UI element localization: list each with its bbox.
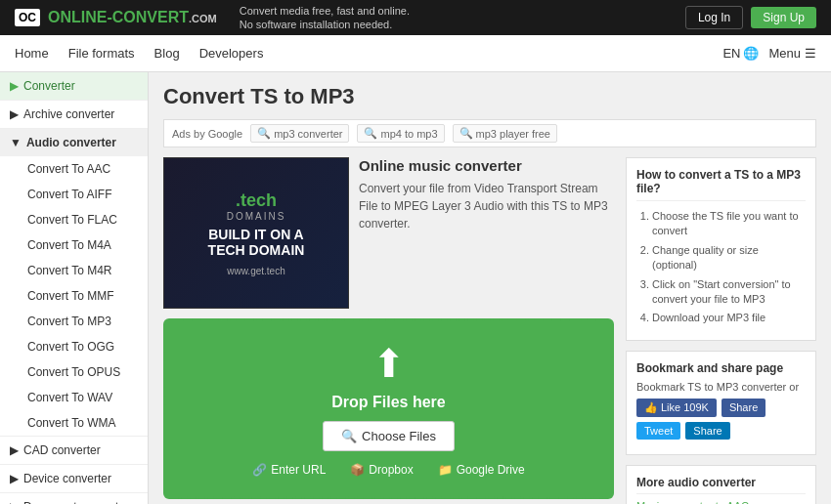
banner-h2: TECH DOMAIN [208, 242, 305, 258]
drop-zone[interactable]: ⬆ Drop Files here 🔍 Choose Files 🔗 Enter… [163, 318, 614, 499]
sidebar-sub-mp3[interactable]: Convert To MP3 [0, 309, 148, 334]
cad-arrow-icon: ▶ [10, 443, 19, 457]
how-to-heading: How to convert a TS to a MP3 file? [636, 168, 806, 201]
banner-url: www.get.tech [227, 266, 284, 276]
sidebar-sub-aiff[interactable]: Convert To AIFF [0, 182, 148, 207]
dropbox-link[interactable]: 📦 Dropbox [350, 463, 413, 477]
logo: OC ONLINE-CONVERT.COM Convert media free… [15, 4, 410, 32]
tagline-line1: Convert media free, fast and online. [240, 4, 410, 18]
more-converter-box: More audio converter Music converter to … [626, 465, 816, 504]
banner-headline: BUILD IT ON A TECH DOMAIN [208, 227, 305, 258]
nav-file-formats[interactable]: File formats [68, 36, 135, 70]
tagline-line2: No software installation needed. [240, 18, 410, 31]
sidebar-sub-wav[interactable]: Convert To WAV [0, 385, 148, 410]
social-buttons-row1: 👍 Like 109K Share [636, 399, 806, 417]
sidebar-section-document: ▶ Document converter [0, 493, 148, 504]
banner-area: .tech DOMAINS BUILD IT ON A TECH DOMAIN … [163, 157, 614, 309]
banner-h1: BUILD IT ON A [208, 227, 305, 242]
sidebar-sub-ogg[interactable]: Convert To OGG [0, 334, 148, 359]
sidebar-section-archive: ▶ Archive converter [0, 101, 148, 129]
dropbox-icon: 📦 [350, 463, 365, 477]
more-converter-heading: More audio converter [636, 476, 806, 494]
banner-domain-label: DOMAINS [227, 211, 286, 222]
sidebar-item-audio[interactable]: ▼ Audio converter [0, 129, 148, 156]
menu-label: Menu [768, 46, 801, 61]
search-icon: 🔍 [341, 429, 357, 443]
how-to-box: How to convert a TS to a MP3 file? Choos… [626, 157, 816, 341]
enter-url-link[interactable]: 🔗 Enter URL [252, 463, 326, 477]
bookmark-label: Bookmark TS to MP3 converter or [636, 381, 799, 393]
audio-arrow-icon: ▼ [10, 136, 22, 149]
gdrive-icon: 📁 [438, 463, 453, 477]
nav-home[interactable]: Home [15, 36, 49, 70]
sidebar-sub-wma[interactable]: Convert To WMA [0, 410, 148, 436]
menu-button[interactable]: Menu ☰ [768, 46, 816, 61]
facebook-like-button[interactable]: 👍 Like 109K [636, 399, 717, 417]
bookmark-heading: Bookmark and share page [636, 361, 806, 375]
linkedin-share-button[interactable]: Share [685, 422, 729, 440]
sidebar-sub-flac[interactable]: Convert To FLAC [0, 207, 148, 232]
navigation: Home File formats Blog Developers EN 🌐 M… [0, 35, 831, 72]
nav-links: Home File formats Blog Developers [15, 36, 263, 70]
thumbs-up-icon: 👍 [644, 401, 658, 414]
content-area: .tech DOMAINS BUILD IT ON A TECH DOMAIN … [163, 157, 816, 504]
sidebar-label-archive: Archive converter [23, 107, 114, 121]
sidebar-item-converter[interactable]: ▶ Converter [0, 72, 148, 100]
sidebar-sub-opus[interactable]: Convert To OPUS [0, 359, 148, 385]
nav-developers[interactable]: Developers [199, 36, 264, 70]
nav-blog[interactable]: Blog [154, 36, 180, 70]
converter-icon: ▶ [10, 79, 19, 93]
menu-icon: ☰ [805, 46, 816, 61]
choose-files-button[interactable]: 🔍 Choose Files [323, 421, 455, 451]
converter-heading: Online music converter [359, 157, 614, 174]
sidebar-label-cad: CAD converter [23, 443, 101, 457]
facebook-share-button[interactable]: Share [722, 399, 765, 417]
sidebar-item-device[interactable]: ▶ Device converter [0, 465, 148, 492]
ad-item-1[interactable]: 🔍 mp3 converter [250, 124, 349, 143]
twitter-tweet-button[interactable]: Tweet [636, 422, 680, 440]
gdrive-link[interactable]: 📁 Google Drive [438, 463, 525, 477]
step-4: Download your MP3 file [652, 311, 806, 325]
ad-bar: Ads by Google 🔍 mp3 converter 🔍 mp4 to m… [163, 119, 816, 147]
main-content: Convert TS to MP3 Ads by Google 🔍 mp3 co… [149, 72, 831, 504]
more-link-aac[interactable]: Music converter to AAC [636, 500, 806, 504]
sidebar: ▶ Converter ▶ Archive converter ▼ Audio … [0, 72, 149, 504]
banner-image: .tech DOMAINS BUILD IT ON A TECH DOMAIN … [163, 157, 349, 309]
login-button[interactable]: Log In [685, 6, 743, 29]
sidebar-label-converter: Converter [23, 79, 75, 93]
ad-text-2: mp4 to mp3 [380, 128, 437, 140]
sidebar-sub-aac[interactable]: Convert To AAC [0, 156, 148, 182]
page-title: Convert TS to MP3 [163, 84, 816, 109]
sidebar-sub-m4r[interactable]: Convert To M4R [0, 258, 148, 283]
header: OC ONLINE-CONVERT.COM Convert media free… [0, 0, 831, 35]
gdrive-label: Google Drive [457, 463, 525, 477]
language-selector[interactable]: EN 🌐 [722, 46, 759, 61]
url-label: Enter URL [271, 463, 326, 477]
nav-right: EN 🌐 Menu ☰ [722, 46, 816, 61]
archive-arrow-icon: ▶ [10, 107, 19, 121]
converter-description: Convert your file from Video Transport S… [359, 180, 614, 232]
right-sidebar: How to convert a TS to a MP3 file? Choos… [626, 157, 816, 504]
sidebar-sub-mmf[interactable]: Convert To MMF [0, 283, 148, 309]
ad-item-2[interactable]: 🔍 mp4 to mp3 [357, 124, 444, 143]
logo-tagline: Convert media free, fast and online. No … [240, 4, 410, 32]
sidebar-sub-m4a[interactable]: Convert To M4A [0, 232, 148, 258]
sidebar-item-cad[interactable]: ▶ CAD converter [0, 437, 148, 464]
tweet-label: Tweet [644, 425, 673, 437]
sidebar-item-archive[interactable]: ▶ Archive converter [0, 101, 148, 128]
dropbox-label: Dropbox [369, 463, 413, 477]
sidebar-section-converter: ▶ Converter [0, 72, 148, 101]
sidebar-item-document[interactable]: ▶ Document converter [0, 493, 148, 504]
ad-search-icon-1: 🔍 [257, 127, 271, 140]
signup-button[interactable]: Sign Up [751, 7, 816, 28]
step-2: Change quality or size (optional) [652, 243, 806, 273]
converter-info: Online music converter Convert your file… [359, 157, 614, 309]
document-arrow-icon: ▶ [10, 500, 19, 504]
main-layout: ▶ Converter ▶ Archive converter ▼ Audio … [0, 72, 831, 504]
how-to-steps: Choose the TS file you want to convert C… [636, 209, 806, 326]
sidebar-section-audio: ▼ Audio converter Convert To AAC Convert… [0, 129, 148, 437]
sidebar-label-device: Device converter [23, 472, 111, 485]
logo-name: ONLINE [48, 9, 107, 25]
ad-item-3[interactable]: 🔍 mp3 player free [453, 124, 557, 143]
banner-dot-text: .tech [236, 190, 277, 211]
